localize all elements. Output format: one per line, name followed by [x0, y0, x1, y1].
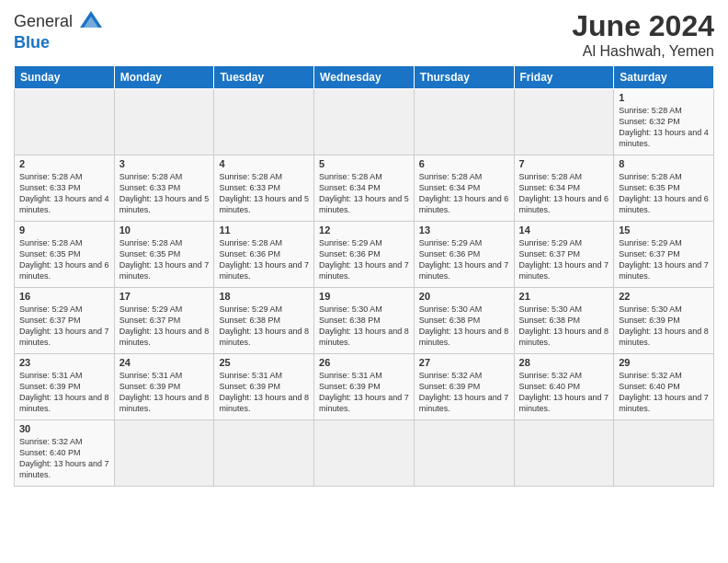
day-info: Sunrise: 5:29 AM Sunset: 6:37 PM Dayligh…	[619, 237, 709, 282]
calendar-week-4: 16Sunrise: 5:29 AM Sunset: 6:37 PM Dayli…	[15, 288, 714, 354]
day-info: Sunrise: 5:31 AM Sunset: 6:39 PM Dayligh…	[19, 370, 109, 415]
calendar-cell	[414, 89, 514, 155]
day-info: Sunrise: 5:28 AM Sunset: 6:33 PM Dayligh…	[219, 171, 309, 216]
calendar-cell	[614, 420, 714, 487]
day-number: 25	[219, 357, 309, 368]
calendar-cell: 14Sunrise: 5:29 AM Sunset: 6:37 PM Dayli…	[514, 222, 614, 288]
day-number: 13	[419, 224, 509, 236]
calendar-cell	[314, 89, 415, 155]
day-info: Sunrise: 5:28 AM Sunset: 6:33 PM Dayligh…	[119, 171, 210, 216]
calendar-cell	[514, 420, 614, 487]
day-number: 29	[619, 357, 709, 368]
logo-icon	[78, 9, 104, 35]
calendar-cell: 1Sunrise: 5:28 AM Sunset: 6:32 PM Daylig…	[614, 89, 714, 155]
day-number: 22	[619, 291, 709, 302]
day-info: Sunrise: 5:32 AM Sunset: 6:39 PM Dayligh…	[419, 370, 509, 415]
calendar-cell: 9Sunrise: 5:28 AM Sunset: 6:35 PM Daylig…	[15, 222, 115, 288]
calendar-cell: 3Sunrise: 5:28 AM Sunset: 6:33 PM Daylig…	[114, 155, 214, 222]
calendar-cell: 17Sunrise: 5:29 AM Sunset: 6:37 PM Dayli…	[114, 288, 214, 354]
day-info: Sunrise: 5:30 AM Sunset: 6:38 PM Dayligh…	[319, 304, 409, 349]
calendar-cell: 22Sunrise: 5:30 AM Sunset: 6:39 PM Dayli…	[614, 288, 714, 354]
calendar-cell: 24Sunrise: 5:31 AM Sunset: 6:39 PM Dayli…	[114, 354, 214, 420]
day-header-wednesday: Wednesday	[314, 66, 415, 89]
calendar-cell: 25Sunrise: 5:31 AM Sunset: 6:39 PM Dayli…	[214, 354, 314, 420]
calendar-cell: 2Sunrise: 5:28 AM Sunset: 6:33 PM Daylig…	[15, 155, 115, 222]
day-info: Sunrise: 5:28 AM Sunset: 6:35 PM Dayligh…	[119, 237, 210, 282]
day-number: 12	[319, 224, 409, 236]
location-title: Al Hashwah, Yemen	[572, 43, 714, 60]
day-number: 8	[619, 158, 709, 169]
title-area: June 2024 Al Hashwah, Yemen	[572, 9, 714, 60]
day-info: Sunrise: 5:32 AM Sunset: 6:40 PM Dayligh…	[19, 436, 109, 481]
day-header-thursday: Thursday	[414, 66, 514, 89]
calendar-cell: 5Sunrise: 5:28 AM Sunset: 6:34 PM Daylig…	[314, 155, 415, 222]
day-info: Sunrise: 5:29 AM Sunset: 6:38 PM Dayligh…	[219, 304, 309, 349]
calendar-cell: 12Sunrise: 5:29 AM Sunset: 6:36 PM Dayli…	[314, 222, 415, 288]
day-number: 19	[319, 291, 409, 302]
calendar-week-3: 9Sunrise: 5:28 AM Sunset: 6:35 PM Daylig…	[15, 222, 714, 288]
calendar-cell: 29Sunrise: 5:32 AM Sunset: 6:40 PM Dayli…	[614, 354, 714, 420]
day-info: Sunrise: 5:29 AM Sunset: 6:36 PM Dayligh…	[419, 237, 509, 282]
calendar-cell: 26Sunrise: 5:31 AM Sunset: 6:39 PM Dayli…	[314, 354, 415, 420]
day-number: 9	[19, 224, 109, 236]
day-info: Sunrise: 5:29 AM Sunset: 6:37 PM Dayligh…	[119, 304, 210, 349]
calendar-table: SundayMondayTuesdayWednesdayThursdayFrid…	[14, 65, 714, 487]
day-number: 26	[319, 357, 409, 368]
day-number: 16	[19, 291, 109, 302]
calendar-cell: 16Sunrise: 5:29 AM Sunset: 6:37 PM Dayli…	[15, 288, 115, 354]
day-header-friday: Friday	[514, 66, 614, 89]
day-number: 4	[219, 158, 309, 169]
calendar-cell: 20Sunrise: 5:30 AM Sunset: 6:38 PM Dayli…	[414, 288, 514, 354]
logo-text: General	[14, 13, 73, 31]
day-number: 20	[419, 291, 509, 302]
calendar-week-5: 23Sunrise: 5:31 AM Sunset: 6:39 PM Dayli…	[15, 354, 714, 420]
calendar-cell	[114, 420, 214, 487]
day-number: 5	[319, 158, 409, 169]
day-info: Sunrise: 5:31 AM Sunset: 6:39 PM Dayligh…	[119, 370, 210, 415]
day-info: Sunrise: 5:30 AM Sunset: 6:39 PM Dayligh…	[619, 304, 709, 349]
month-title: June 2024	[572, 9, 714, 43]
calendar-cell: 11Sunrise: 5:28 AM Sunset: 6:36 PM Dayli…	[214, 222, 314, 288]
day-number: 10	[119, 224, 210, 236]
day-number: 2	[19, 158, 109, 169]
day-number: 17	[119, 291, 210, 302]
calendar-cell	[414, 420, 514, 487]
day-info: Sunrise: 5:32 AM Sunset: 6:40 PM Dayligh…	[519, 370, 609, 415]
day-header-sunday: Sunday	[15, 66, 115, 89]
day-number: 3	[119, 158, 210, 169]
calendar-week-6: 30Sunrise: 5:32 AM Sunset: 6:40 PM Dayli…	[15, 420, 714, 487]
calendar-cell: 10Sunrise: 5:28 AM Sunset: 6:35 PM Dayli…	[114, 222, 214, 288]
day-header-saturday: Saturday	[614, 66, 714, 89]
day-number: 15	[619, 224, 709, 236]
day-info: Sunrise: 5:28 AM Sunset: 6:32 PM Dayligh…	[619, 105, 709, 150]
day-info: Sunrise: 5:31 AM Sunset: 6:39 PM Dayligh…	[319, 370, 409, 415]
day-info: Sunrise: 5:28 AM Sunset: 6:34 PM Dayligh…	[419, 171, 509, 216]
day-number: 27	[419, 357, 509, 368]
day-number: 30	[19, 423, 109, 434]
day-info: Sunrise: 5:30 AM Sunset: 6:38 PM Dayligh…	[519, 304, 609, 349]
calendar-cell	[114, 89, 214, 155]
calendar-cell: 23Sunrise: 5:31 AM Sunset: 6:39 PM Dayli…	[15, 354, 115, 420]
calendar-cell: 7Sunrise: 5:28 AM Sunset: 6:34 PM Daylig…	[514, 155, 614, 222]
logo-blue: Blue	[14, 33, 104, 52]
header: General Blue June 2024 Al Hashwah, Yemen	[14, 9, 714, 60]
page: General Blue June 2024 Al Hashwah, Yemen…	[0, 0, 728, 496]
day-info: Sunrise: 5:29 AM Sunset: 6:37 PM Dayligh…	[19, 304, 109, 349]
calendar-cell: 18Sunrise: 5:29 AM Sunset: 6:38 PM Dayli…	[214, 288, 314, 354]
calendar-cell: 21Sunrise: 5:30 AM Sunset: 6:38 PM Dayli…	[514, 288, 614, 354]
calendar-cell: 30Sunrise: 5:32 AM Sunset: 6:40 PM Dayli…	[15, 420, 115, 487]
calendar-cell: 19Sunrise: 5:30 AM Sunset: 6:38 PM Dayli…	[314, 288, 415, 354]
calendar-cell: 8Sunrise: 5:28 AM Sunset: 6:35 PM Daylig…	[614, 155, 714, 222]
calendar-cell	[214, 420, 314, 487]
calendar-body: 1Sunrise: 5:28 AM Sunset: 6:32 PM Daylig…	[15, 89, 714, 487]
calendar-cell	[514, 89, 614, 155]
calendar-week-2: 2Sunrise: 5:28 AM Sunset: 6:33 PM Daylig…	[15, 155, 714, 222]
calendar-cell: 13Sunrise: 5:29 AM Sunset: 6:36 PM Dayli…	[414, 222, 514, 288]
day-number: 1	[619, 92, 709, 103]
day-header-monday: Monday	[114, 66, 214, 89]
day-info: Sunrise: 5:31 AM Sunset: 6:39 PM Dayligh…	[219, 370, 309, 415]
day-number: 23	[19, 357, 109, 368]
day-number: 24	[119, 357, 210, 368]
day-number: 11	[219, 224, 309, 236]
day-number: 7	[519, 158, 609, 169]
